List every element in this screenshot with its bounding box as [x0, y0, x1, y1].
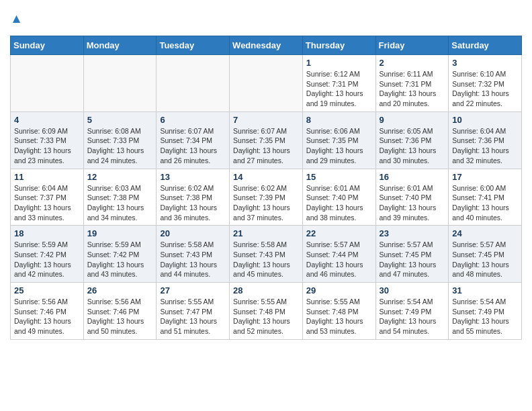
day-info-15: Sunrise: 6:01 AM Sunset: 7:40 PM Dayligh…: [306, 183, 372, 223]
calendar: SundayMondayTuesdayWednesdayThursdayFrid…: [10, 36, 522, 340]
day-cell-10: 10Sunrise: 6:04 AM Sunset: 7:36 PM Dayli…: [449, 111, 522, 169]
day-cell-3: 3Sunrise: 6:10 AM Sunset: 7:32 PM Daylig…: [449, 55, 522, 112]
day-number-21: 21: [233, 228, 299, 238]
day-info-18: Sunrise: 5:59 AM Sunset: 7:42 PM Dayligh…: [14, 240, 80, 279]
week-row-5: 25Sunrise: 5:56 AM Sunset: 7:46 PM Dayli…: [11, 283, 522, 340]
page-header: ▲: [10, 10, 522, 29]
day-cell-4: 4Sunrise: 6:09 AM Sunset: 7:33 PM Daylig…: [11, 111, 84, 169]
day-number-22: 22: [306, 228, 372, 238]
day-info-22: Sunrise: 5:57 AM Sunset: 7:44 PM Dayligh…: [306, 240, 372, 279]
day-number-4: 4: [14, 115, 80, 125]
day-info-1: Sunrise: 6:12 AM Sunset: 7:31 PM Dayligh…: [306, 69, 372, 109]
day-info-14: Sunrise: 6:02 AM Sunset: 7:39 PM Dayligh…: [233, 183, 299, 223]
weekday-header-tuesday: Tuesday: [157, 36, 230, 55]
day-number-5: 5: [87, 115, 153, 125]
day-info-24: Sunrise: 5:57 AM Sunset: 7:45 PM Dayligh…: [452, 240, 518, 279]
day-cell-30: 30Sunrise: 5:54 AM Sunset: 7:49 PM Dayli…: [375, 283, 449, 340]
day-number-19: 19: [87, 228, 153, 238]
svg-text:▲: ▲: [10, 11, 23, 26]
day-info-31: Sunrise: 5:54 AM Sunset: 7:49 PM Dayligh…: [452, 297, 518, 336]
day-info-3: Sunrise: 6:10 AM Sunset: 7:32 PM Dayligh…: [452, 69, 518, 109]
week-row-2: 4Sunrise: 6:09 AM Sunset: 7:33 PM Daylig…: [11, 111, 522, 169]
day-cell-12: 12Sunrise: 6:03 AM Sunset: 7:38 PM Dayli…: [83, 169, 157, 226]
day-cell-17: 17Sunrise: 6:00 AM Sunset: 7:41 PM Dayli…: [449, 169, 522, 226]
day-info-27: Sunrise: 5:55 AM Sunset: 7:47 PM Dayligh…: [160, 297, 226, 336]
day-number-29: 29: [306, 285, 372, 295]
day-cell-31: 31Sunrise: 5:54 AM Sunset: 7:49 PM Dayli…: [449, 283, 522, 340]
day-cell-9: 9Sunrise: 6:05 AM Sunset: 7:36 PM Daylig…: [375, 111, 449, 169]
day-info-10: Sunrise: 6:04 AM Sunset: 7:36 PM Dayligh…: [452, 126, 518, 166]
week-row-4: 18Sunrise: 5:59 AM Sunset: 7:42 PM Dayli…: [11, 226, 522, 283]
day-cell-18: 18Sunrise: 5:59 AM Sunset: 7:42 PM Dayli…: [11, 226, 84, 283]
logo-icon: ▲: [10, 10, 29, 29]
day-info-2: Sunrise: 6:11 AM Sunset: 7:31 PM Dayligh…: [380, 69, 445, 109]
day-info-12: Sunrise: 6:03 AM Sunset: 7:38 PM Dayligh…: [87, 183, 153, 223]
weekday-header-sunday: Sunday: [11, 36, 84, 55]
day-info-28: Sunrise: 5:55 AM Sunset: 7:48 PM Dayligh…: [233, 297, 299, 336]
day-number-24: 24: [452, 228, 518, 238]
empty-cell-w0c3: [230, 55, 303, 112]
day-cell-19: 19Sunrise: 5:59 AM Sunset: 7:42 PM Dayli…: [83, 226, 157, 283]
day-cell-29: 29Sunrise: 5:55 AM Sunset: 7:48 PM Dayli…: [302, 283, 375, 340]
day-number-11: 11: [14, 172, 80, 182]
day-number-23: 23: [380, 228, 445, 238]
day-info-25: Sunrise: 5:56 AM Sunset: 7:46 PM Dayligh…: [14, 297, 80, 336]
day-info-19: Sunrise: 5:59 AM Sunset: 7:42 PM Dayligh…: [87, 240, 153, 279]
weekday-header-wednesday: Wednesday: [230, 36, 303, 55]
day-info-7: Sunrise: 6:07 AM Sunset: 7:35 PM Dayligh…: [233, 126, 299, 166]
weekday-header-thursday: Thursday: [302, 36, 375, 55]
day-cell-24: 24Sunrise: 5:57 AM Sunset: 7:45 PM Dayli…: [449, 226, 522, 283]
weekday-header-friday: Friday: [375, 36, 449, 55]
day-cell-28: 28Sunrise: 5:55 AM Sunset: 7:48 PM Dayli…: [230, 283, 303, 340]
weekday-header-row: SundayMondayTuesdayWednesdayThursdayFrid…: [11, 36, 522, 55]
day-info-30: Sunrise: 5:54 AM Sunset: 7:49 PM Dayligh…: [380, 297, 445, 336]
day-cell-13: 13Sunrise: 6:02 AM Sunset: 7:38 PM Dayli…: [157, 169, 230, 226]
day-cell-5: 5Sunrise: 6:08 AM Sunset: 7:33 PM Daylig…: [83, 111, 157, 169]
day-cell-20: 20Sunrise: 5:58 AM Sunset: 7:43 PM Dayli…: [157, 226, 230, 283]
day-number-8: 8: [306, 115, 372, 125]
day-cell-23: 23Sunrise: 5:57 AM Sunset: 7:45 PM Dayli…: [375, 226, 449, 283]
day-cell-16: 16Sunrise: 6:01 AM Sunset: 7:40 PM Dayli…: [375, 169, 449, 226]
day-info-4: Sunrise: 6:09 AM Sunset: 7:33 PM Dayligh…: [14, 126, 80, 166]
day-info-6: Sunrise: 6:07 AM Sunset: 7:34 PM Dayligh…: [160, 126, 226, 166]
week-row-3: 11Sunrise: 6:04 AM Sunset: 7:37 PM Dayli…: [11, 169, 522, 226]
day-info-26: Sunrise: 5:56 AM Sunset: 7:46 PM Dayligh…: [87, 297, 153, 336]
day-number-25: 25: [14, 285, 80, 295]
day-number-27: 27: [160, 285, 226, 295]
day-cell-26: 26Sunrise: 5:56 AM Sunset: 7:46 PM Dayli…: [83, 283, 157, 340]
empty-cell-w0c1: [83, 55, 157, 112]
weekday-header-monday: Monday: [83, 36, 157, 55]
day-info-9: Sunrise: 6:05 AM Sunset: 7:36 PM Dayligh…: [380, 126, 445, 166]
day-cell-25: 25Sunrise: 5:56 AM Sunset: 7:46 PM Dayli…: [11, 283, 84, 340]
empty-cell-w0c0: [11, 55, 84, 112]
day-number-3: 3: [452, 58, 518, 68]
day-number-12: 12: [87, 172, 153, 182]
day-info-20: Sunrise: 5:58 AM Sunset: 7:43 PM Dayligh…: [160, 240, 226, 279]
day-cell-11: 11Sunrise: 6:04 AM Sunset: 7:37 PM Dayli…: [11, 169, 84, 226]
day-number-17: 17: [452, 172, 518, 182]
day-cell-7: 7Sunrise: 6:07 AM Sunset: 7:35 PM Daylig…: [230, 111, 303, 169]
day-number-7: 7: [233, 115, 299, 125]
day-cell-6: 6Sunrise: 6:07 AM Sunset: 7:34 PM Daylig…: [157, 111, 230, 169]
day-cell-14: 14Sunrise: 6:02 AM Sunset: 7:39 PM Dayli…: [230, 169, 303, 226]
day-number-15: 15: [306, 172, 372, 182]
day-number-9: 9: [380, 115, 445, 125]
empty-cell-w0c2: [157, 55, 230, 112]
day-number-28: 28: [233, 285, 299, 295]
day-number-20: 20: [160, 228, 226, 238]
weekday-header-saturday: Saturday: [449, 36, 522, 55]
day-info-17: Sunrise: 6:00 AM Sunset: 7:41 PM Dayligh…: [452, 183, 518, 223]
day-info-29: Sunrise: 5:55 AM Sunset: 7:48 PM Dayligh…: [306, 297, 372, 336]
day-number-6: 6: [160, 115, 226, 125]
day-info-5: Sunrise: 6:08 AM Sunset: 7:33 PM Dayligh…: [87, 126, 153, 166]
day-cell-15: 15Sunrise: 6:01 AM Sunset: 7:40 PM Dayli…: [302, 169, 375, 226]
day-info-21: Sunrise: 5:58 AM Sunset: 7:43 PM Dayligh…: [233, 240, 299, 279]
day-info-8: Sunrise: 6:06 AM Sunset: 7:35 PM Dayligh…: [306, 126, 372, 166]
day-cell-2: 2Sunrise: 6:11 AM Sunset: 7:31 PM Daylig…: [375, 55, 449, 112]
day-number-10: 10: [452, 115, 518, 125]
week-row-1: 1Sunrise: 6:12 AM Sunset: 7:31 PM Daylig…: [11, 55, 522, 112]
day-number-18: 18: [14, 228, 80, 238]
day-number-30: 30: [380, 285, 445, 295]
day-cell-22: 22Sunrise: 5:57 AM Sunset: 7:44 PM Dayli…: [302, 226, 375, 283]
day-number-26: 26: [87, 285, 153, 295]
